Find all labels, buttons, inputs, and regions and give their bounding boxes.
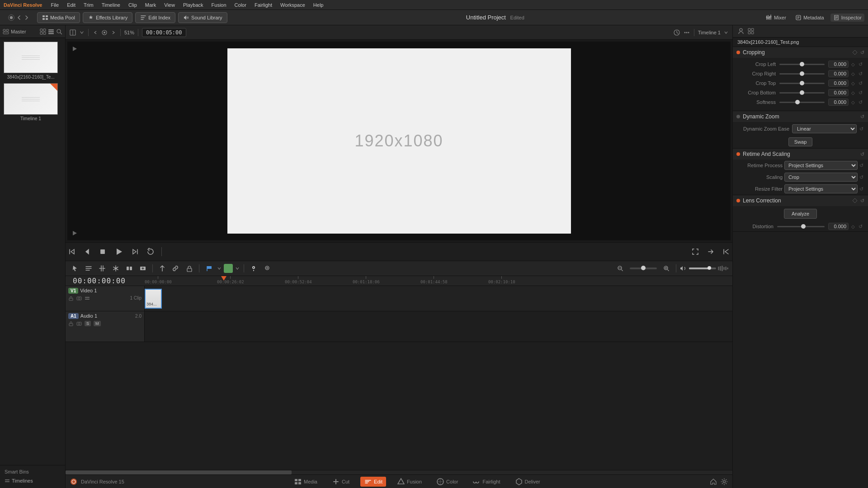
loop-button[interactable] [144,246,157,257]
lock-audio-icon[interactable] [68,321,74,326]
volume-slider[interactable] [689,267,716,269]
cut-tool[interactable] [110,263,122,273]
cropping-reset[interactable]: ↺ [860,50,864,56]
crop-bottom-value[interactable]: 0.000 [828,89,849,96]
crop-bottom-keyframe[interactable]: ◇ [850,90,856,95]
distortion-value[interactable]: 0.000 [828,223,849,230]
swap-button[interactable]: Swap [788,137,813,146]
crop-left-slider[interactable] [779,64,825,65]
lock-toggle[interactable] [184,263,195,273]
menu-timeline[interactable]: Timeline [99,1,123,9]
viewer-layout-icon[interactable] [69,29,76,36]
menu-workspace[interactable]: Workspace [277,1,308,9]
menu-help[interactable]: Help [310,1,327,9]
grid-icon[interactable] [40,28,46,35]
scaling-reset[interactable]: ↺ [859,174,863,180]
nav-back-icon[interactable] [16,14,22,21]
color-swatch-dropdown[interactable] [235,266,240,271]
edit-index-button[interactable]: Edit Index [135,12,175,23]
crop-top-keyframe[interactable]: ◇ [850,81,856,86]
sync-icon[interactable] [673,29,680,36]
crop-top-slider[interactable] [779,83,825,84]
zoom-out-button[interactable] [614,263,626,273]
menu-trim[interactable]: Trim [80,1,97,9]
loop-icon[interactable] [101,29,108,36]
search-icon[interactable] [56,28,62,35]
menu-mark[interactable]: Mark [142,1,159,9]
go-to-in-button[interactable] [720,246,732,257]
timeline-dropdown-icon[interactable] [723,30,729,35]
crop-right-value[interactable]: 0.000 [828,70,849,77]
cropping-diamond-icon[interactable] [852,50,858,55]
fairlight-page-button[interactable]: Fairlight [469,477,504,487]
timeline-scrollbar[interactable] [66,470,732,474]
crop-left-value[interactable]: 0.000 [828,61,849,68]
lens-correction-header[interactable]: Lens Correction ↺ [733,195,868,206]
deliver-page-button[interactable]: Deliver [511,477,544,487]
edit-page-button[interactable]: Edit [360,477,386,487]
menu-edit[interactable]: Edit [64,1,79,9]
dz-ease-select[interactable]: Linear Ease In Ease Out Ease In/Out [792,124,857,133]
retime-reset[interactable]: ↺ [860,151,864,157]
crop-right-reset[interactable]: ↺ [858,71,863,77]
flag-button[interactable] [203,263,215,273]
volume-icon[interactable] [680,265,687,272]
distortion-slider[interactable] [777,226,825,227]
trim-tool[interactable] [83,263,94,273]
retime-process-select[interactable]: Project Settings Nearest Frame Blend Opt… [784,161,858,170]
cut-page-button[interactable]: Cut [328,477,353,487]
layout-icon[interactable] [3,28,9,35]
effects-library-button[interactable]: Effects Library [83,12,132,23]
crop-top-value[interactable]: 0.000 [828,80,849,87]
media-page-button[interactable]: Media [290,477,321,487]
retime-header[interactable]: Retime And Scaling ↺ [733,149,868,160]
media-item-1[interactable]: 3840x[2160-2160]_Te... [4,42,58,80]
dynamic-zoom-reset[interactable]: ↺ [860,114,864,120]
flag-dropdown-icon[interactable] [217,266,222,271]
softness-value[interactable]: 0.000 [828,99,849,106]
stop-button[interactable] [96,246,109,257]
distortion-reset[interactable]: ↺ [858,224,863,230]
fusion-page-button[interactable]: Fusion [393,477,425,487]
lens-diamond-icon[interactable] [852,198,858,203]
media-pool-button[interactable]: Media Pool [37,12,80,23]
menu-clip[interactable]: Clip [125,1,140,9]
crop-top-reset[interactable]: ↺ [858,80,863,86]
nav-forward-icon[interactable] [24,14,30,21]
softness-slider[interactable] [779,102,825,103]
step-back-button[interactable] [81,246,94,257]
camera-audio-icon[interactable] [76,321,82,326]
dynamic-zoom-header[interactable]: Dynamic Zoom ↺ [733,111,868,122]
distortion-keyframe[interactable]: ◇ [850,224,856,229]
scaling-select[interactable]: Crop Fit Fill Stretch [784,173,858,182]
retime-process-reset[interactable]: ↺ [859,163,863,169]
more-options-icon[interactable] [683,29,690,36]
solo-button[interactable]: S [85,321,91,326]
timeline-zoom-slider[interactable] [630,267,657,269]
track-options-icon[interactable] [85,296,90,301]
color-page-button[interactable]: Color [433,477,462,487]
list-icon[interactable] [48,28,54,35]
mute-button[interactable]: M [94,321,101,326]
play-button[interactable] [112,245,126,258]
crop-bottom-slider[interactable] [779,92,825,94]
sound-library-button[interactable]: Sound Library [178,12,227,23]
zoom-in-button[interactable] [660,263,672,273]
resize-filter-reset[interactable]: ↺ [859,186,863,192]
menu-view[interactable]: View [161,1,178,9]
home-icon[interactable] [710,478,717,485]
color-swatch[interactable] [224,264,233,273]
fullscreen-button[interactable] [689,246,702,257]
camera-icon[interactable] [76,296,82,301]
crop-right-slider[interactable] [779,73,825,75]
link-toggle[interactable] [170,263,182,273]
snap-toggle[interactable] [156,263,168,273]
dynamic-trim-tool[interactable] [96,263,108,273]
menu-color[interactable]: Color [231,1,250,9]
menu-playback[interactable]: Playback [180,1,207,9]
lens-reset[interactable]: ↺ [860,198,864,204]
resize-filter-select[interactable]: Project Settings Bilinear Bicubic Lanczo… [784,184,858,193]
mixer-button[interactable]: Mixer [763,14,789,22]
media-item-2[interactable]: Timeline 1 [4,83,58,121]
overwrite-tool[interactable] [137,263,149,273]
